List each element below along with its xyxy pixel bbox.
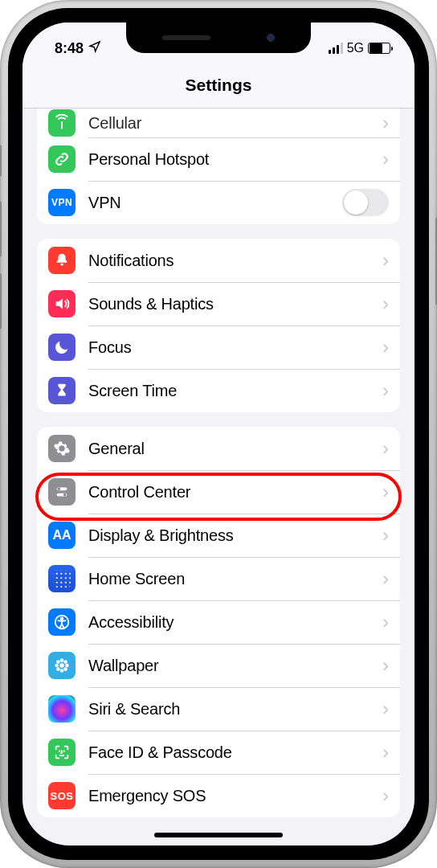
sos-icon: SOS	[48, 782, 76, 809]
flower-icon	[48, 652, 76, 679]
mute-switch	[0, 145, 2, 177]
svg-point-8	[60, 658, 64, 662]
volume-up-button	[0, 201, 2, 257]
chevron-right-icon: ›	[382, 481, 389, 503]
row-label: Control Center	[88, 483, 376, 502]
accessibility-icon	[48, 608, 76, 636]
chevron-right-icon: ›	[382, 654, 389, 677]
svg-point-9	[60, 669, 64, 673]
row-label: Screen Time	[88, 382, 376, 400]
row-general[interactable]: General ›	[37, 427, 400, 470]
row-label: Cellular	[88, 114, 376, 133]
home-indicator[interactable]	[154, 833, 283, 837]
settings-scroll-view[interactable]: Cellular › Personal Hotspot › VPN VPN	[22, 108, 415, 841]
row-label: Accessibility	[88, 613, 376, 632]
hourglass-icon	[48, 377, 76, 404]
svg-point-10	[55, 664, 59, 668]
svg-point-6	[61, 618, 63, 620]
row-label: Focus	[88, 338, 376, 357]
earpiece-speaker	[162, 35, 210, 40]
chevron-right-icon: ›	[382, 112, 389, 134]
row-display[interactable]: AA Display & Brightness ›	[37, 514, 400, 557]
group-connectivity: Cellular › Personal Hotspot › VPN VPN	[37, 108, 400, 224]
row-label: VPN	[88, 194, 342, 212]
row-sounds[interactable]: Sounds & Haptics ›	[37, 282, 400, 326]
switches-icon	[48, 478, 76, 506]
nav-bar: Settings	[22, 64, 415, 108]
phone-screen: 8:48 5G Settings	[22, 23, 415, 845]
chevron-right-icon: ›	[382, 148, 389, 170]
aa-icon: AA	[48, 522, 76, 549]
row-accessibility[interactable]: Accessibility ›	[37, 600, 400, 644]
location-icon	[88, 40, 101, 57]
siri-icon	[48, 695, 76, 723]
chevron-right-icon: ›	[382, 437, 389, 460]
row-wallpaper[interactable]: Wallpaper ›	[37, 644, 400, 687]
bell-icon	[48, 247, 76, 274]
speaker-icon	[48, 290, 76, 317]
row-sos[interactable]: SOS Emergency SOS ›	[37, 774, 400, 817]
group-alerts: Notifications › Sounds & Haptics ›	[37, 239, 400, 412]
row-hotspot[interactable]: Personal Hotspot ›	[37, 137, 400, 181]
svg-point-14	[56, 667, 60, 671]
gear-icon	[48, 435, 76, 462]
chevron-right-icon: ›	[382, 336, 389, 358]
svg-point-13	[63, 660, 67, 664]
svg-point-12	[56, 660, 60, 664]
row-vpn[interactable]: VPN VPN	[37, 181, 400, 224]
row-label: Home Screen	[88, 570, 376, 588]
status-time: 8:48	[55, 40, 84, 57]
chevron-right-icon: ›	[382, 524, 389, 547]
cellular-signal-icon	[329, 43, 343, 54]
svg-point-15	[63, 667, 67, 671]
moon-icon	[48, 334, 76, 361]
row-label: Notifications	[88, 252, 376, 270]
chevron-right-icon: ›	[382, 379, 389, 402]
row-homescreen[interactable]: Home Screen ›	[37, 557, 400, 600]
antenna-icon	[48, 109, 76, 137]
row-cellular[interactable]: Cellular ›	[37, 108, 400, 137]
row-label: Siri & Search	[88, 700, 376, 719]
chevron-right-icon: ›	[382, 698, 389, 720]
phone-bezel: 8:48 5G Settings	[8, 8, 429, 860]
row-label: Face ID & Passcode	[88, 743, 376, 762]
faceid-icon	[48, 739, 76, 766]
chevron-right-icon: ›	[382, 567, 389, 590]
row-siri[interactable]: Siri & Search ›	[37, 687, 400, 731]
row-label: General	[88, 440, 376, 458]
network-type: 5G	[347, 41, 364, 55]
svg-point-3	[58, 488, 61, 491]
chevron-right-icon: ›	[382, 784, 389, 807]
row-controlcenter[interactable]: Control Center ›	[37, 470, 400, 514]
vpn-toggle[interactable]	[342, 189, 389, 216]
link-icon	[48, 145, 76, 173]
row-screentime[interactable]: Screen Time ›	[37, 369, 400, 412]
phone-device-frame: 8:48 5G Settings	[0, 0, 437, 868]
svg-point-11	[65, 664, 69, 668]
row-label: Personal Hotspot	[88, 150, 376, 169]
grid-icon	[48, 565, 76, 592]
svg-point-4	[63, 493, 67, 497]
row-notifications[interactable]: Notifications ›	[37, 239, 400, 282]
vpn-icon: VPN	[48, 189, 76, 216]
svg-rect-0	[60, 264, 63, 266]
chevron-right-icon: ›	[382, 293, 389, 315]
row-label: Display & Brightness	[88, 526, 376, 545]
page-title: Settings	[186, 76, 252, 94]
group-system: General › Control Center › AA Display & …	[37, 427, 400, 817]
volume-down-button	[0, 273, 2, 330]
row-label: Emergency SOS	[88, 787, 376, 805]
chevron-right-icon: ›	[382, 611, 389, 633]
row-focus[interactable]: Focus ›	[37, 326, 400, 369]
notch	[126, 23, 311, 53]
chevron-right-icon: ›	[382, 249, 389, 272]
front-camera	[267, 34, 275, 42]
row-faceid[interactable]: Face ID & Passcode ›	[37, 731, 400, 774]
row-label: Sounds & Haptics	[88, 295, 376, 313]
row-label: Wallpaper	[88, 657, 376, 675]
chevron-right-icon: ›	[382, 741, 389, 764]
svg-point-7	[59, 663, 64, 668]
battery-icon	[368, 43, 390, 54]
